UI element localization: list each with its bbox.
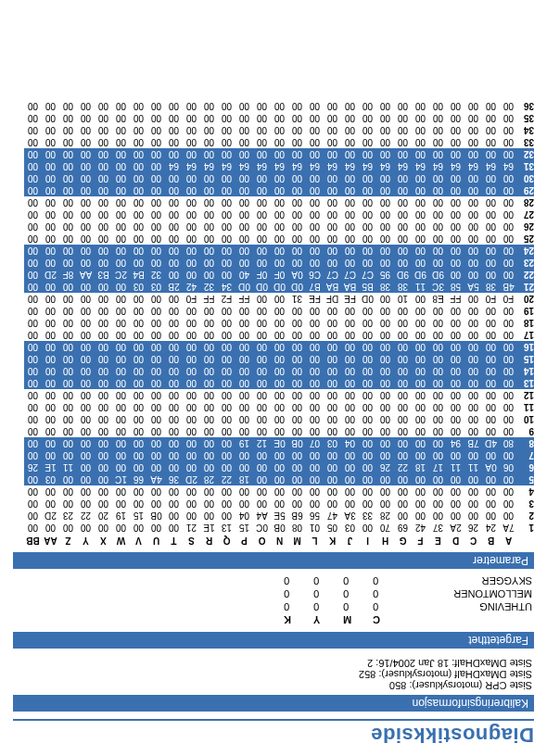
hex-cell: 64 (165, 160, 183, 172)
hex-cell: 64 (341, 160, 359, 172)
hex-cell: 00 (42, 160, 59, 172)
hex-cell: 00 (412, 100, 429, 112)
hex-cell: 00 (183, 353, 200, 365)
hex-row: 9000000000000000000000000000000000000000… (13, 425, 534, 437)
hex-cell: 00 (147, 208, 165, 220)
hex-cell: 64 (394, 160, 412, 172)
hex-cell: 00 (271, 401, 288, 413)
hex-cell: 00 (218, 437, 235, 449)
hex-cell: 19 (112, 510, 130, 522)
hex-cell: 00 (112, 365, 130, 377)
hex-cell: 00 (500, 112, 517, 124)
hex-cell: 00 (183, 341, 200, 353)
hex-cell: 15 (130, 510, 147, 522)
hex-cell: 00 (112, 437, 130, 449)
hex-cell: 3A (341, 510, 359, 522)
hex-cell: 00 (482, 172, 500, 184)
hex-col-header: O (253, 535, 271, 547)
hex-cell: 00 (24, 160, 42, 172)
hex-cell: 00 (218, 365, 235, 377)
hex-cell: 2A (447, 522, 464, 534)
hex-cell: 00 (324, 461, 341, 473)
hex-cell: 00 (500, 257, 517, 269)
hex-cell: 00 (324, 196, 341, 208)
hex-cell: 00 (324, 124, 341, 136)
hex-cell: 00 (288, 208, 306, 220)
hex-cell: 00 (95, 124, 112, 136)
hex-cell: 00 (341, 413, 359, 425)
hex-col-header: W (112, 535, 130, 547)
hex-cell: 00 (376, 389, 394, 401)
hex-cell: 00 (447, 245, 464, 257)
hex-cell: 00 (429, 233, 447, 245)
hex-cell: 00 (324, 485, 341, 498)
hex-cell: 00 (447, 257, 464, 269)
hex-cell: 00 (165, 353, 183, 365)
hex-row-label: 29 (517, 184, 534, 196)
hex-cell: 00 (165, 208, 183, 220)
hex-cell: 00 (165, 184, 183, 196)
hex-cell: 00 (42, 136, 59, 148)
hex-cell: 00 (306, 220, 324, 233)
hex-cell: 06 (500, 461, 517, 473)
hex-cell: 00 (341, 124, 359, 136)
hex-cell: 00 (24, 100, 42, 112)
hex-cell: 00 (24, 365, 42, 377)
hex-row: 2700000000000000000000000000000000000000… (13, 208, 534, 220)
hex-cell: 00 (218, 317, 235, 329)
hex-cell: 00 (482, 401, 500, 413)
hex-cell: 00 (412, 353, 429, 365)
hex-cell: F0 (482, 293, 500, 305)
hex-cell: 00 (165, 305, 183, 317)
hex-cell: 00 (500, 485, 517, 498)
hex-cell: 00 (77, 257, 95, 269)
hex-cell: 00 (394, 401, 412, 413)
hex-cell: 00 (218, 413, 235, 425)
hex-cell: 00 (482, 124, 500, 136)
hex-cell: 00 (341, 389, 359, 401)
hex-cell: 6B (288, 510, 306, 522)
hex-cell: 00 (200, 485, 218, 498)
hex-cell: 00 (376, 233, 394, 245)
hex-cell: 00 (412, 449, 429, 461)
hex-row: 3600000000000000000000000000000000000000… (13, 100, 534, 112)
hex-cell: 00 (235, 401, 253, 413)
hex-cell: 00 (165, 498, 183, 510)
hex-cell: B7 (306, 281, 324, 293)
hex-cell: 00 (324, 449, 341, 461)
hex-cell: 00 (253, 473, 271, 485)
hex-cell: 00 (359, 112, 376, 124)
hex-cell: 00 (112, 389, 130, 401)
hex-cell: 00 (324, 389, 341, 401)
hex-cell: 00 (235, 461, 253, 473)
hex-cell: 00 (271, 293, 288, 305)
hex-cell: 00 (341, 208, 359, 220)
hex-col-header: M (288, 535, 306, 547)
hex-cell: 00 (218, 196, 235, 208)
hex-cell: 00 (253, 329, 271, 341)
hex-cell: 00 (24, 220, 42, 233)
sat-cell: 0 (274, 574, 304, 587)
hex-cell: 00 (359, 136, 376, 148)
hex-cell: 13 (218, 522, 235, 534)
hex-cell: 00 (165, 100, 183, 112)
hex-cell: 00 (147, 220, 165, 233)
hex-cell: 00 (412, 341, 429, 353)
hex-cell: 00 (429, 148, 447, 160)
hex-cell: 00 (253, 498, 271, 510)
hex-cell: 00 (253, 365, 271, 377)
hex-col-header: R (200, 535, 218, 547)
hex-cell: 00 (288, 100, 306, 112)
hex-cell: 00 (42, 245, 59, 257)
hex-cell: 00 (200, 425, 218, 437)
hex-cell: 00 (218, 136, 235, 148)
hex-cell: 00 (59, 196, 77, 208)
hex-cell: 00 (376, 196, 394, 208)
calibration-info: Siste CPR (motorsykluser): 850Siste DMax… (13, 654, 534, 695)
hex-cell: 00 (412, 473, 429, 485)
hex-row: 1100000000000000000000000000000000000000… (13, 401, 534, 413)
hex-cell: 00 (253, 485, 271, 498)
hex-row: 20000000000000028333A47566B5EA4040000000… (13, 510, 534, 522)
hex-cell: 00 (183, 136, 200, 148)
sat-col-header: C (363, 613, 393, 626)
